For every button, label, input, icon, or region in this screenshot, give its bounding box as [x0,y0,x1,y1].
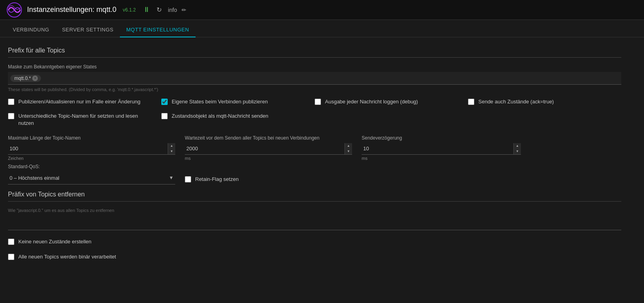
send-delay-unit: ms [362,156,521,161]
qos-group: Standard-QoS: 0 – Höchstens einmal 1 – M… [8,164,175,185]
mask-tag: mqtt.0.* × [10,75,41,82]
prefix-remove-hint: Wie "javascript.0." um es aus allen Topi… [8,208,621,213]
mask-hint: These states will be published. (Divided… [8,87,621,92]
checkbox-col-4: Sende auch Zustände (ack=true) [468,98,621,105]
page-title: Instanzeinstellungen: mqtt.0 [27,6,116,14]
refresh-icon[interactable]: ↻ [157,6,162,14]
max-topic-length-unit: Zeichen [8,156,175,161]
qos-select-wrap: 0 – Höchstens einmal 1 – Mindestens einm… [8,172,175,185]
checkbox-col-2: Eigene States beim Verbinden publizieren… [161,98,315,120]
retain-group: Retain-Flag setzen [185,176,239,183]
checkbox-log-every-message: Ausgabe jeder Nachricht loggen (debug) [315,98,468,105]
mask-tag-input[interactable]: mqtt.0.* × [8,72,621,85]
qos-label: Standard-QoS: [8,164,175,169]
checkbox-send-ack-true: Sende auch Zustände (ack=true) [468,98,621,105]
different-topic-names-checkbox[interactable] [8,113,14,119]
publish-own-states-checkbox[interactable] [161,99,168,105]
checkbox-col-1: Publizieren/Aktualisieren nur im Falle e… [8,98,161,127]
max-topic-length-group: Maximale Länge der Topic-Namen ▲ ▼ Zeich… [8,135,175,161]
send-state-object-label: Zustandsobjekt als mqtt-Nachricht senden [172,113,268,120]
max-topic-length-spinners: ▲ ▼ [168,143,175,154]
publish-own-states-label: Eigene States beim Verbinden publizieren [172,98,268,105]
send-delay-input[interactable] [362,143,513,154]
retain-flag-checkbox[interactable] [185,176,191,183]
checkbox-binary-processing: Alle neuen Topics werden binär verarbeit… [8,253,621,260]
checkbox-different-topic: Unterschiedliche Topic-Namen für setzten… [8,113,161,127]
main-content: Prefix für alle Topics Maske zum Bekannt… [0,37,629,270]
different-topic-names-label: Unterschiedliche Topic-Namen für setzten… [18,113,153,127]
tag-close-button[interactable]: × [32,76,38,81]
send-ack-true-label: Sende auch Zustände (ack=true) [478,98,554,105]
qos-arrow-icon: ▼ [169,175,174,181]
qos-select[interactable]: 0 – Höchstens einmal 1 – Mindestens einm… [8,173,169,183]
checkbox-col-3: Ausgabe jeder Nachricht loggen (debug) [315,98,468,105]
send-delay-spinners: ▲ ▼ [513,143,521,154]
wait-time-spinners: ▲ ▼ [345,143,352,154]
send-delay-label: Sendeverzögerung [362,135,521,141]
max-topic-length-input-wrap: ▲ ▼ [8,143,175,155]
checkbox-send-state-object: Zustandsobjekt als mqtt-Nachricht senden [161,113,315,120]
log-every-message-checkbox[interactable] [315,99,321,105]
wait-time-group: Wartezeit vor dem Senden aller Topics be… [185,135,352,161]
prefix-section: Prefix für alle Topics Maske zum Bekannt… [8,47,621,92]
send-delay-group: Sendeverzögerung ▲ ▼ ms [362,135,521,161]
send-state-object-checkbox[interactable] [161,113,168,119]
prefix-divider [8,57,621,58]
checkbox-publish-own-states: Eigene States beim Verbinden publizieren [161,98,315,105]
wait-time-label: Wartezeit vor dem Senden aller Topics be… [185,135,352,141]
wait-time-down[interactable]: ▼ [345,149,352,154]
tab-server-settings[interactable]: SERVER SETTINGS [56,23,120,37]
prefix-remove-section-title: Präfix von Topics entfernen [8,191,621,198]
prefix-remove-divider [8,201,621,202]
tab-mqtt-einstellungen[interactable]: MQTT EINSTELLUNGEN [120,23,196,37]
send-delay-up[interactable]: ▲ [514,143,521,149]
send-delay-down[interactable]: ▼ [514,149,521,154]
header: Instanzeinstellungen: mqtt.0 v6.1.2 ⏸ ↻ … [0,0,644,20]
log-every-message-label: Ausgabe jeder Nachricht loggen (debug) [325,98,418,105]
tab-verbindung[interactable]: VERBINDUNG [6,23,56,37]
wait-time-input[interactable] [185,143,345,154]
send-delay-input-wrap: ▲ ▼ [362,143,521,155]
logo-icon [6,2,22,18]
prefix-remove-input[interactable] [8,219,621,230]
wait-time-up[interactable]: ▲ [345,143,352,149]
numeric-inputs-row: Maximale Länge der Topic-Namen ▲ ▼ Zeich… [8,135,621,161]
max-topic-length-up[interactable]: ▲ [168,143,175,149]
max-topic-length-down[interactable]: ▼ [168,149,175,154]
checkbox-publish-only-change: Publizieren/Aktualisieren nur im Falle e… [8,98,161,105]
tab-bar: VERBINDUNG SERVER SETTINGS MQTT EINSTELL… [0,20,644,37]
tag-value: mqtt.0.* [14,76,31,81]
mask-label: Maske zum Bekanntgeben eigener States [8,64,621,70]
max-topic-length-input[interactable] [8,143,168,154]
info-link[interactable]: info [168,7,177,13]
publish-only-change-label: Publizieren/Aktualisieren nur im Falle e… [18,98,140,105]
prefix-remove-section: Präfix von Topics entfernen Wie "javascr… [8,191,621,230]
no-new-states-checkbox[interactable] [8,239,14,245]
retain-flag-label: Retain-Flag setzen [195,176,239,183]
wait-time-input-wrap: ▲ ▼ [185,143,352,155]
publish-only-change-checkbox[interactable] [8,99,14,105]
send-ack-true-checkbox[interactable] [468,99,474,105]
wait-time-unit: ms [185,156,352,161]
prefix-section-title: Prefix für alle Topics [8,47,621,54]
qos-retain-row: Standard-QoS: 0 – Höchstens einmal 1 – M… [8,164,621,185]
max-topic-length-label: Maximale Länge der Topic-Namen [8,135,175,141]
checkboxes-row: Publizieren/Aktualisieren nur im Falle e… [8,98,621,127]
version-badge: v6.1.2 [123,7,136,13]
binary-processing-label: Alle neuen Topics werden binär verarbeit… [18,253,116,260]
edit-icon[interactable]: ✏ [182,7,186,13]
checkbox-no-new-states: Keine neuen Zustände erstellen [8,238,621,245]
binary-processing-checkbox[interactable] [8,254,14,260]
no-new-states-label: Keine neuen Zustände erstellen [18,238,92,245]
pause-icon[interactable]: ⏸ [143,6,150,14]
